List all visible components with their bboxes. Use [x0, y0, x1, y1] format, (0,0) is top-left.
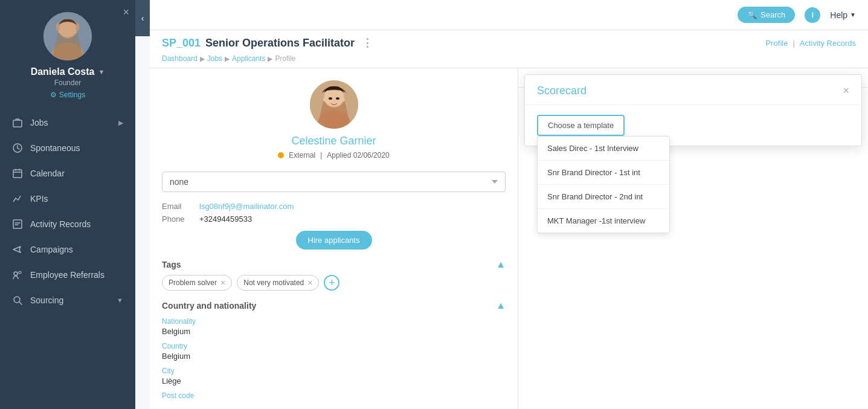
help-button[interactable]: Help ▼: [830, 10, 856, 20]
stage-dropdown[interactable]: none Phone Screen Interview Offer: [162, 172, 506, 192]
breadcrumb-profile: Profile: [275, 54, 295, 63]
template-item-0[interactable]: Sales Direc - 1st Interview: [538, 137, 669, 161]
user-profile-area: Daniela Costa ▼ Founder ⚙ Settings: [0, 0, 135, 105]
job-title-text: Senior Operations Facilitator: [205, 37, 355, 50]
chevron-left-icon: ‹: [141, 13, 144, 23]
sidebar-item-label-kpis: KPIs: [30, 194, 48, 204]
sidebar-item-sourcing[interactable]: Sourcing ▼: [0, 288, 135, 313]
sourcing-icon: [12, 295, 23, 306]
applicant-photo: [310, 80, 358, 129]
scorecard-panel: Scorecard × Choose a template Sales Dire…: [524, 74, 862, 146]
activity-icon: [12, 219, 23, 230]
choose-template-button[interactable]: Choose a template: [537, 115, 625, 136]
campaigns-icon: [12, 244, 23, 255]
postcode-label: Post code: [162, 391, 506, 400]
job-id: SP_001: [162, 37, 201, 50]
profile-panel: Celestine Garnier External | Applied 02/…: [150, 68, 518, 409]
tag-remove-not-motivated[interactable]: ×: [307, 279, 312, 287]
email-row: Email lsg08nf9j9@mailinator.com: [162, 202, 506, 211]
kebab-menu-icon[interactable]: ⋮: [362, 36, 373, 50]
sidebar-item-jobs[interactable]: Jobs ▶: [0, 110, 135, 135]
nationality-label: Nationality: [162, 317, 506, 326]
calendar-icon: [12, 168, 23, 179]
add-tag-button[interactable]: +: [324, 275, 339, 291]
tag-label: Not very motivated: [243, 279, 304, 287]
tag-remove-problem-solver[interactable]: ×: [220, 279, 225, 287]
sidebar: × Daniela Costa ▼ Founder ⚙ Settings: [0, 0, 135, 409]
header-links: Profile | Activity Records: [766, 39, 856, 48]
main-content: 🔍 Search i Help ▼ SP_001 Senior Operatio…: [150, 0, 868, 409]
sidebar-item-activity-records[interactable]: Activity Records: [0, 211, 135, 237]
sidebar-item-label-jobs: Jobs: [30, 118, 48, 127]
template-item-2[interactable]: Snr Brand Director - 2nd int: [538, 185, 669, 209]
breadcrumb-dashboard[interactable]: Dashboard: [162, 54, 198, 63]
nationality-value: Belgium: [162, 327, 506, 336]
sidebar-item-spontaneous[interactable]: Spontaneous: [0, 135, 135, 161]
template-dropdown-wrapper: Choose a template Sales Direc - 1st Inte…: [537, 115, 625, 136]
country-section-header: Country and nationality ▲: [162, 300, 506, 311]
profile-card: Celestine Garnier External | Applied 02/…: [162, 80, 506, 159]
svg-point-15: [329, 97, 332, 100]
city-value: Liège: [162, 376, 506, 385]
settings-link[interactable]: ⚙ Settings: [50, 91, 85, 99]
svg-rect-7: [13, 220, 22, 228]
tags-row: Problem solver × Not very motivated × +: [162, 275, 506, 291]
sidebar-item-campaigns[interactable]: Campaigns: [0, 237, 135, 262]
profile-link[interactable]: Profile: [766, 39, 788, 48]
tag-not-motivated: Not very motivated ×: [237, 275, 319, 291]
spontaneous-icon: [12, 143, 23, 153]
dropdown-icon[interactable]: ▼: [98, 68, 104, 76]
info-icon[interactable]: i: [805, 7, 820, 23]
template-item-1[interactable]: Snr Brand Director - 1st int: [538, 161, 669, 185]
stage-select[interactable]: none Phone Screen Interview Offer: [162, 172, 506, 192]
topbar: 🔍 Search i Help ▼: [150, 0, 868, 30]
hire-applicants-button[interactable]: Hire applicants: [296, 231, 372, 250]
applicant-name: Celestine Garnier: [162, 135, 506, 147]
applicant-meta: External | Applied 02/06/2020: [162, 151, 506, 159]
activity-records-link[interactable]: Activity Records: [800, 39, 856, 48]
applicant-email[interactable]: lsg08nf9j9@mailinator.com: [199, 202, 294, 211]
search-button[interactable]: 🔍 Search: [738, 7, 795, 23]
tags-section-header: Tags ▲: [162, 259, 506, 270]
content-header: SP_001 Senior Operations Facilitator ⋮ P…: [150, 30, 868, 68]
close-sidebar-icon[interactable]: ×: [123, 6, 129, 18]
sidebar-item-calendar[interactable]: Calendar: [0, 161, 135, 186]
applicant-phone: +32494459533: [199, 214, 252, 224]
applicant-source: External: [289, 151, 315, 159]
sidebar-item-label-calendar: Calendar: [30, 169, 65, 178]
sidebar-item-kpis[interactable]: KPIs: [0, 186, 135, 211]
city-label: City: [162, 367, 506, 375]
svg-rect-4: [13, 120, 22, 127]
tag-label: Problem solver: [169, 279, 217, 287]
right-panel: ≡ Actions ▼ Scorecard × Choose a templat…: [518, 68, 868, 409]
breadcrumb-jobs[interactable]: Jobs: [207, 54, 222, 63]
scorecard-title: Scorecard: [537, 85, 587, 97]
country-section: Nationality Belgium Country Belgium City…: [162, 317, 506, 400]
sidebar-item-label-sourcing: Sourcing: [30, 295, 63, 305]
tags-collapse-icon[interactable]: ▲: [496, 259, 506, 270]
sidebar-item-label-activity-records: Activity Records: [30, 219, 91, 229]
scorecard-close-button[interactable]: ×: [843, 85, 849, 97]
breadcrumb-applicants[interactable]: Applicants: [232, 54, 265, 63]
country-collapse-icon[interactable]: ▲: [496, 300, 506, 311]
avatar: [43, 12, 92, 60]
svg-point-16: [336, 97, 339, 100]
external-dot: [278, 152, 284, 158]
country-value: Belgium: [162, 352, 506, 361]
chart-icon: [12, 193, 23, 204]
sidebar-item-label-spontaneous: Spontaneous: [30, 143, 80, 153]
user-role: Founder: [54, 79, 82, 87]
sidebar-item-label-employee-referrals: Employee Referrals: [30, 270, 104, 280]
svg-rect-6: [13, 170, 22, 178]
breadcrumb: Dashboard ▶ Jobs ▶ Applicants ▶ Profile: [162, 54, 856, 68]
sidebar-item-employee-referrals[interactable]: Employee Referrals: [0, 262, 135, 288]
sidebar-nav: Jobs ▶ Spontaneous Calendar KPIs Activit…: [0, 105, 135, 409]
sidebar-collapse-btn[interactable]: ‹: [135, 0, 150, 36]
country-label-field: Country: [162, 342, 506, 350]
template-item-3[interactable]: MKT Manager -1st interview: [538, 209, 669, 233]
country-label: Country and nationality: [162, 301, 256, 311]
briefcase-icon: [12, 117, 23, 128]
job-title: SP_001 Senior Operations Facilitator ⋮: [162, 36, 373, 50]
referrals-icon: [12, 269, 23, 280]
search-icon: 🔍: [747, 10, 757, 19]
